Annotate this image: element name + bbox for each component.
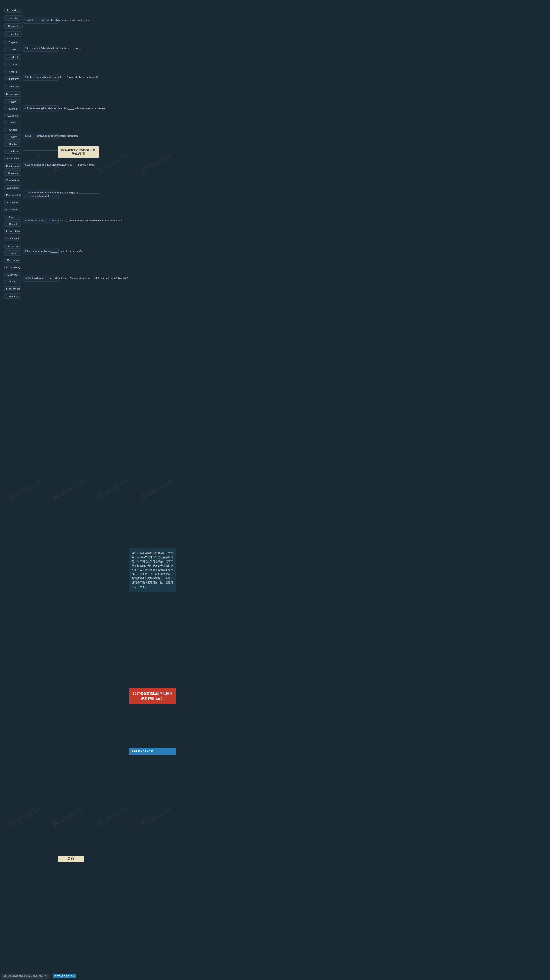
info-card: 词汇在英语四级备考中可谓是一大关键，从接触英语开始我们就在接触词汇，对于词汇的学… (129, 548, 176, 592)
svg-line-9 (21, 19, 23, 27)
option-C-comfined: C.comfined (4, 84, 21, 89)
svg-line-10 (21, 19, 23, 35)
option-C-stretch: C.stretch (4, 170, 21, 176)
option-B-substance: B.substance (4, 163, 21, 169)
option-C-moderate: C.moderate (4, 54, 21, 60)
option-A-bean: A.bean (4, 127, 21, 132)
question-5: 5.The_____isnearlydead,solcannotstartthe… (23, 133, 59, 139)
question-9: 9.Pleasebeserious.Iamnot_____Youshoulcon… (23, 248, 59, 255)
svg-line-7 (21, 12, 23, 19)
main-container: 附 shuru.cn附 shuru.cn附 shuru.cn 附 shuru.c… (0, 0, 180, 980)
option-B-bay: B.bay (4, 279, 21, 284)
question-3: 3.Allthememoriesofhischildhoodhad_____fr… (23, 74, 59, 81)
option-C-acceptable: C.acceptable (4, 229, 21, 234)
option-D-cable: D.cable (4, 120, 21, 125)
question-2: 2.Althoughthetrfficisnotbusy,helikestodr… (23, 45, 59, 52)
option-D-reception: D.reception (4, 31, 21, 37)
option-D-comparing: D.comparing (4, 265, 21, 270)
option-D-substitute: D.substitute (4, 178, 21, 183)
option-A-novel: A.novel (4, 215, 21, 220)
option-B-illustrated: B.illustrated (4, 76, 21, 81)
option-B-beam: B.beam (4, 134, 21, 140)
option-D-additional: D.additional (4, 236, 21, 241)
option-B-suspended: B.suspended (4, 192, 21, 198)
option-A-sorting: A.sorting (4, 243, 21, 249)
option-D-concerned: D.concerned (4, 91, 21, 97)
option-A-canal: A.canal (4, 99, 21, 105)
answer-badge: 1.A2.B3.C4.A5.B (129, 748, 176, 755)
option-C-bake: C.bake (4, 142, 21, 146)
option-C-channel: C.channel (4, 113, 21, 118)
option-B-exception: B.exception (4, 16, 21, 21)
answer-box: 答案: (58, 856, 84, 862)
option-A-exhibition: A.exhibition (4, 8, 21, 13)
option-C-assistance: C.assistance (4, 286, 21, 291)
option-A-continue: A.continue (4, 272, 21, 277)
option-A-spare: A.spare (4, 40, 21, 45)
option-B-fast: B.fast (4, 47, 21, 52)
question-6: 6.Whenmakingmoderncameras,peoplebeganto_… (23, 162, 59, 168)
quiz-title-card: 2017暑假英语四级词汇练习题及解析（28） (129, 688, 176, 704)
option-D-battery: D.battery (4, 148, 21, 154)
option-B-joking: B.joking (4, 250, 21, 256)
option-B-tunnel: B.tunnel (4, 106, 21, 111)
question-8: 8.Healwayshasalotof_____ideasinhismind,a… (23, 218, 59, 224)
question-4: 4.Thisriverissobigthatitisimpossibletobu… (23, 105, 59, 112)
option-A-faded: A.faded (4, 69, 21, 75)
central-title-box: 2017暑假英语四级词汇习题及解析汇总 (58, 146, 99, 158)
question-7: 7.Withthehelpofthegovernment,alargenumbe… (23, 189, 59, 199)
bottom-bar: 2017暑假英语四级词汇练习题及解析汇总 6.C7.A8.C9.D10.A (0, 972, 180, 980)
bottom-title: 2017暑假英语四级词汇练习题及解析汇总 (2, 974, 49, 979)
option-B-spoil: B.spoil (4, 221, 21, 227)
option-D-subfected: D.subfected (4, 207, 21, 212)
option-C-counting: C.counting (4, 258, 21, 262)
bottom-answers: 6.C7.A8.C9.D10.A (53, 974, 76, 978)
option-D-graduate: D.graduate (4, 293, 21, 299)
option-C-suffered: C.suffered (4, 200, 21, 205)
question-10: 10.Wedonothavea_____schoolinourinstitute… (23, 275, 59, 282)
option-D-moral: D.moral (4, 62, 21, 67)
option-C-except: C.except (4, 24, 21, 29)
question-1: 1.Withthe_____ofMary,allthegirlstudentsa… (23, 17, 59, 24)
option-A-survived: A.survived (4, 185, 21, 191)
option-A-surround: A.surround (4, 156, 21, 161)
